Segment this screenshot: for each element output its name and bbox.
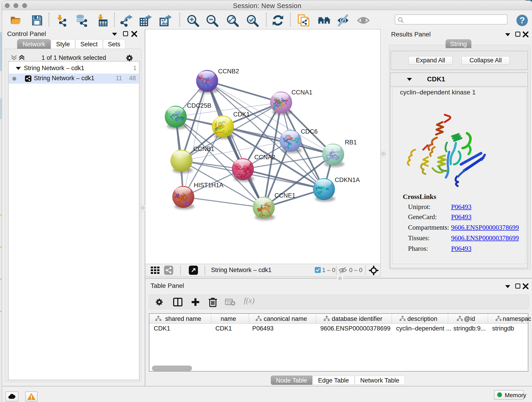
- svg-text:CCNE1: CCNE1: [274, 192, 296, 199]
- svg-text:CCNA1: CCNA1: [291, 89, 312, 96]
- svg-text:CDC25B: CDC25B: [187, 102, 211, 109]
- svg-text:?: ?: [519, 16, 525, 25]
- svg-text:CDK1: CDK1: [233, 111, 250, 118]
- svg-text:HIST1H1A: HIST1H1A: [194, 182, 223, 189]
- svg-text:CCNB1: CCNB1: [193, 146, 215, 153]
- svg-text:CDKN1A: CDKN1A: [335, 177, 360, 183]
- svg-text:CDC6: CDC6: [301, 128, 318, 135]
- svg-text:RB1: RB1: [345, 139, 357, 146]
- svg-text:CCNA2: CCNA2: [254, 154, 275, 161]
- svg-text:CCNB2: CCNB2: [218, 68, 239, 75]
